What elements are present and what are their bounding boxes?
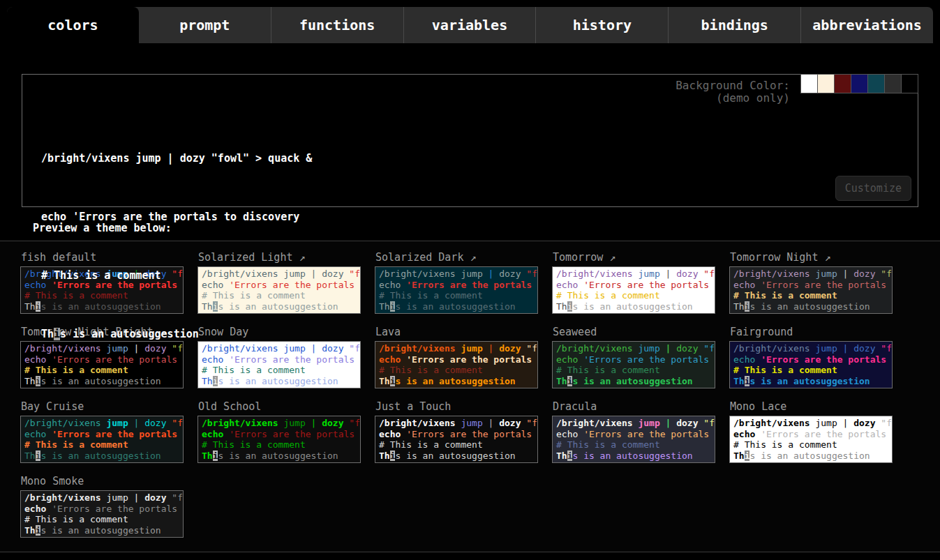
preview-line-command: /bright/vixens jump | dozy "fowl" > quac… [556,418,711,429]
preview-line-command: /bright/vixens jump | dozy "fowl" > quac… [733,418,888,429]
theme-card-old-school[interactable]: Old School/bright/vixens jump | dozy "fo… [197,395,361,463]
background-swatch-cream[interactable] [817,74,835,93]
background-swatch-maroon[interactable] [834,74,851,93]
token-echo: echo [24,429,46,439]
token-suggestion: s is an autosuggestion [749,301,870,312]
theme-card-mono-smoke[interactable]: Mono Smoke/bright/vixens jump | dozy "fo… [20,469,184,538]
token-string: 'Errors are the portals to discovery [761,429,893,439]
token-string: 'Errors are the portals to discovery [406,354,538,365]
token-comment: # This is a comment [556,290,660,301]
preview-line-autosuggestion: This is an autosuggestion [24,525,179,536]
theme-card-just-a-touch[interactable]: Just a Touch/bright/vixens jump | dozy "… [375,395,538,463]
token-pipe: | [666,343,671,354]
token-command2: dozy [322,268,343,279]
token-quote-tail: "fowl" > quack & [526,268,538,279]
token-quote-tail: "fowl" > quack & [703,268,715,279]
preview-line-comment: # This is a comment [379,365,534,376]
token-string: 'Errors are the portals to discovery [761,354,893,365]
theme-card-lava[interactable]: Lava/bright/vixens jump | dozy "fowl" > … [375,320,538,388]
token-suggestion: s is an autosuggestion [218,451,338,461]
tab-variables[interactable]: variables [403,7,536,43]
token-command2: dozy [499,343,521,354]
theme-card-fairground[interactable]: Fairground/bright/vixens jump | dozy "fo… [729,320,893,388]
preview-line-string: echo 'Errors are the portals to discover… [556,354,711,365]
token-quote-tail: "fowl" > quack & [172,492,184,503]
customize-button[interactable]: Customize [835,176,911,201]
token-typed: Th [24,525,36,536]
theme-card-tomorrow[interactable]: Tomorrow↗/bright/vixens jump | dozy "fow… [552,245,715,314]
token-comment: # This is a comment [733,290,837,301]
preview-line-autosuggestion: This is an autosuggestion [733,451,888,462]
token-typed: Th [733,376,745,386]
theme-card-solarized-dark[interactable]: Solarized Dark↗/bright/vixens jump | doz… [375,245,538,314]
theme-title: Seaweed [553,326,715,338]
preview-line-comment: # This is a comment [556,365,711,376]
theme-card-bay-cruise[interactable]: Bay Cruise/bright/vixens jump | dozy "fo… [20,395,184,463]
token-comment: # This is a comment [24,439,128,450]
background-swatch-black[interactable] [901,74,918,93]
theme-preview-box: /bright/vixens jump | dozy "fowl" > quac… [20,416,184,463]
token-pipe: | [843,343,849,354]
preview-line-comment: # This is a comment [733,290,888,301]
token-quote-tail: "fowl" > quack & [172,418,184,428]
token-pipe: | [488,418,494,428]
token-pipe: | [311,418,317,428]
token-quote-tail: "fowl" > quack & [526,343,538,354]
tab-abbreviations[interactable]: abbreviations [800,7,933,43]
token-command: jump [461,418,482,428]
token-suggestion: s is an autosuggestion [395,451,515,461]
demo-terminal-text: /bright/vixens jump | dozy "fowl" > quac… [41,109,312,383]
preview-line-string: echo 'Errors are the portals to discover… [556,429,711,440]
theme-preview-box: /bright/vixens jump | dozy "fowl" > quac… [20,490,184,538]
theme-card-mono-lace[interactable]: Mono Lace/bright/vixens jump | dozy "fow… [729,395,893,463]
preview-line-command: /bright/vixens jump | dozy "fowl" > quac… [733,268,888,280]
theme-name-label: Solarized Dark [375,251,463,264]
token-command: jump [461,343,482,354]
token-path: /bright/vixens [733,343,810,354]
background-swatch-white[interactable] [800,74,818,93]
background-swatch-navy[interactable] [851,74,868,93]
tab-functions[interactable]: functions [271,7,403,43]
theme-preview-box: /bright/vixens jump | dozy "fowl" > quac… [552,341,715,388]
token-command: jump [283,418,305,428]
token-command2: dozy [144,418,166,428]
theme-card-tomorrow-night[interactable]: Tomorrow Night↗/bright/vixens jump | doz… [729,245,893,314]
preview-line-autosuggestion: This is an autosuggestion [556,451,711,462]
token-command2: dozy [853,343,875,354]
preview-line-command: /bright/vixens jump | dozy "fowl" > quac… [379,268,534,280]
token-suggestion: s is an autosuggestion [395,376,515,386]
token-echo: echo [379,354,401,365]
token-quote-tail: "fowl" > quack & [349,343,361,354]
token-comment: # This is a comment [556,439,660,450]
token-quote-tail: "fowl" > quack & [703,418,715,428]
token-pipe: | [666,418,671,428]
background-color-label-line2: (demo only) [676,92,790,105]
tab-colors[interactable]: colors [7,7,139,43]
theme-preview-box: /bright/vixens jump | dozy "fowl" > quac… [552,266,715,314]
demo-cursor-block: i [54,328,60,340]
token-pipe: | [134,492,140,503]
theme-preview-box: /bright/vixens jump | dozy "fowl" > quac… [729,266,893,314]
token-command2: dozy [676,268,698,279]
token-command: jump [461,268,482,279]
preview-line-comment: # This is a comment [24,514,179,525]
demo-line-command: /bright/vixens jump | dozy "fowl" > quac… [41,149,312,168]
background-swatch-charcoal[interactable] [884,74,902,93]
background-swatch-teal[interactable] [867,74,885,93]
theme-name-label: Seaweed [553,326,597,338]
theme-title: Mono Lace [730,400,893,413]
theme-card-dracula[interactable]: Dracula/bright/vixens jump | dozy "fowl"… [552,395,715,463]
preview-line-autosuggestion: This is an autosuggestion [202,451,357,462]
preview-line-autosuggestion: This is an autosuggestion [379,301,534,312]
theme-name-label: Fairground [730,326,793,338]
token-suggestion: s is an autosuggestion [40,451,161,461]
theme-card-seaweed[interactable]: Seaweed/bright/vixens jump | dozy "fowl"… [552,320,715,388]
token-string: 'Errors are the portals to discovery [583,429,715,439]
external-link-icon: ↗ [824,251,830,264]
tab-history[interactable]: history [535,7,668,43]
preview-line-string: echo 'Errors are the portals to discover… [379,354,534,365]
tab-bindings[interactable]: bindings [668,7,800,43]
token-command: jump [815,268,837,279]
demo-terminal-panel: Background Color: (demo only) /bright/vi… [22,74,918,207]
tab-prompt[interactable]: prompt [139,7,271,43]
